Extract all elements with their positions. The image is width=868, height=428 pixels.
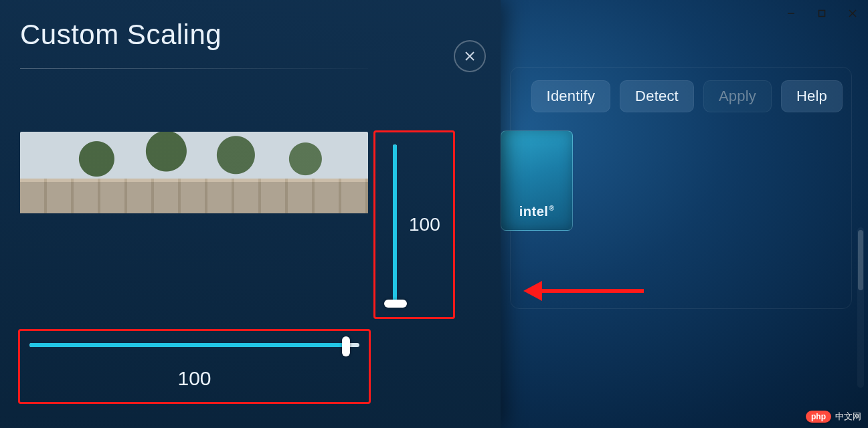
dialog-title: Custom Scaling (20, 19, 481, 51)
horizontal-scaling-group: 100 (18, 329, 371, 404)
vertical-scaling-value: 100 (409, 214, 440, 235)
close-icon (464, 50, 476, 62)
scaling-preview-image (20, 132, 368, 326)
horizontal-slider-thumb[interactable] (342, 336, 350, 356)
vertical-scaling-slider[interactable] (393, 144, 397, 305)
window-titlebar (776, 0, 868, 27)
action-bar: Identify Detect Apply Help (523, 74, 851, 119)
svg-rect-1 (819, 11, 825, 17)
watermark: php 中文网 (806, 411, 861, 423)
maximize-icon (818, 9, 826, 17)
identify-button[interactable]: Identify (531, 80, 611, 112)
horizontal-slider-fill (29, 343, 346, 347)
minimize-icon (787, 9, 795, 17)
vertical-slider-thumb[interactable] (384, 300, 407, 308)
window-minimize-button[interactable] (776, 3, 806, 24)
watermark-badge: php (806, 411, 831, 423)
vertical-slider-fill (393, 144, 397, 305)
custom-scaling-dialog: Custom Scaling 100 100 (0, 0, 501, 428)
watermark-text: 中文网 (835, 411, 861, 423)
vertical-scaling-group: 100 (373, 130, 455, 319)
dialog-close-button[interactable] (454, 40, 486, 72)
horizontal-scaling-slider[interactable] (29, 343, 359, 347)
intel-logo-text: intel® (519, 204, 555, 219)
display-tile-intel[interactable]: intel® (501, 130, 573, 231)
detect-button[interactable]: Detect (620, 80, 694, 112)
apply-button: Apply (703, 80, 772, 112)
annotation-arrow (523, 281, 644, 301)
title-divider (20, 68, 368, 69)
help-button[interactable]: Help (781, 80, 843, 112)
horizontal-scaling-value: 100 (29, 367, 359, 390)
vertical-scrollbar[interactable] (857, 227, 864, 388)
scrollbar-thumb[interactable] (858, 230, 863, 290)
window-close-button[interactable] (837, 3, 868, 24)
close-icon (849, 9, 857, 17)
window-maximize-button[interactable] (806, 3, 837, 24)
